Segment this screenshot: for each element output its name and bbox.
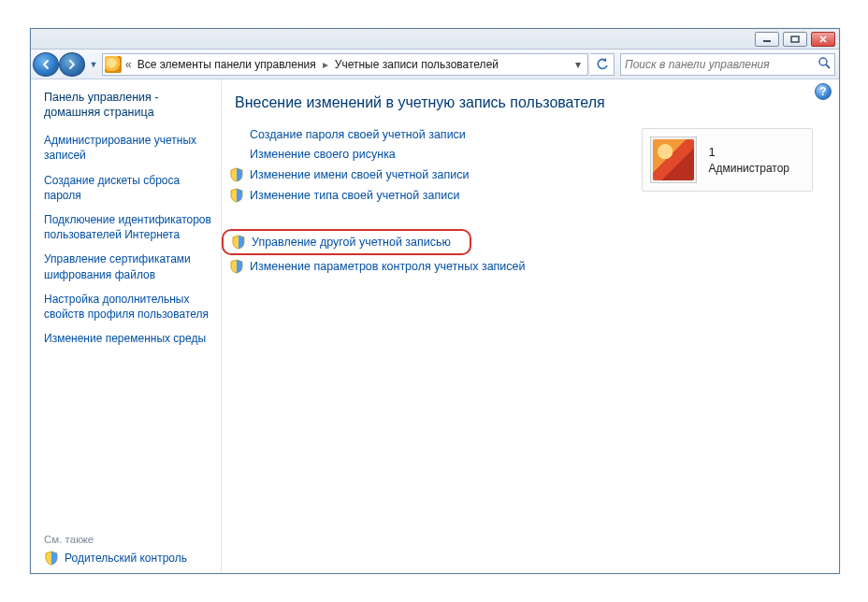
parental-controls-link[interactable]: Родительский контроль — [44, 551, 211, 566]
svg-rect-1 — [791, 36, 799, 42]
sidebar-task[interactable]: Подключение идентификаторов пользователе… — [44, 212, 211, 242]
action-change-type[interactable]: Изменение типа своей учетной записи — [229, 188, 526, 203]
titlebar — [31, 29, 839, 50]
svg-line-3 — [826, 64, 830, 68]
navigation-bar: ▼ « Все элементы панели управления ▸ Уче… — [31, 50, 839, 79]
sidebar-task[interactable]: Создание дискеты сброса пароля — [44, 173, 211, 203]
breadcrumb-overflow[interactable]: « — [125, 58, 132, 71]
address-bar[interactable]: « Все элементы панели управления ▸ Учетн… — [102, 53, 588, 76]
action-change-name[interactable]: Изменение имени своей учетной записи — [229, 167, 526, 182]
address-dropdown[interactable]: ▾ — [571, 58, 586, 71]
sidebar-task[interactable]: Управление сертификатами шифрования файл… — [44, 251, 211, 281]
shield-icon — [229, 259, 244, 274]
content-area: Панель управления - домашняя страница Ад… — [31, 79, 839, 573]
search-input[interactable] — [625, 58, 817, 71]
history-dropdown[interactable]: ▼ — [87, 52, 100, 77]
action-manage-other-account[interactable]: Управление другой учетной записью — [222, 229, 471, 255]
sidebar-task[interactable]: Настройка дополнительных свойств профиля… — [44, 292, 211, 322]
close-button[interactable] — [811, 32, 835, 47]
main-panel: ? Внесение изменений в учетную запись по… — [222, 79, 839, 573]
shield-icon — [229, 188, 244, 203]
forward-button[interactable] — [59, 52, 85, 77]
sidebar-task[interactable]: Администрирование учетных записей — [44, 133, 211, 163]
action-label: Изменение своего рисунка — [250, 148, 396, 162]
control-panel-icon — [105, 56, 122, 73]
nav-arrows — [33, 52, 85, 77]
action-list: Создание пароля своей учетной записи Изм… — [231, 128, 526, 280]
action-create-password[interactable]: Создание пароля своей учетной записи — [250, 128, 526, 142]
action-label: Управление другой учетной записью — [252, 236, 451, 250]
breadcrumb-sep-icon: ▸ — [322, 58, 329, 71]
current-user-tile[interactable]: 1 Администратор — [642, 128, 813, 192]
shield-icon — [229, 167, 244, 182]
sidebar-task[interactable]: Изменение переменных среды — [44, 331, 211, 346]
page-title: Внесение изменений в учетную запись поль… — [235, 94, 828, 111]
breadcrumb-2[interactable]: Учетные записи пользователей — [333, 58, 500, 71]
svg-rect-0 — [763, 40, 771, 42]
search-box[interactable] — [620, 53, 835, 76]
control-panel-window: ▼ « Все элементы панели управления ▸ Уче… — [30, 28, 840, 574]
minimize-button[interactable] — [755, 32, 779, 47]
maximize-button[interactable] — [783, 32, 807, 47]
see-also-link-label: Родительский контроль — [65, 552, 187, 565]
back-button[interactable] — [33, 52, 59, 77]
breadcrumb-1[interactable]: Все элементы панели управления — [136, 58, 318, 71]
shield-icon — [231, 235, 246, 250]
see-also-label: См. также — [44, 534, 211, 545]
action-label: Изменение имени своей учетной записи — [250, 168, 469, 182]
action-label: Создание пароля своей учетной записи — [250, 128, 466, 142]
search-icon[interactable] — [817, 56, 831, 72]
refresh-button[interactable] — [590, 53, 615, 76]
action-label: Изменение параметров контроля учетных за… — [250, 260, 526, 274]
sidebar: Панель управления - домашняя страница Ад… — [31, 79, 222, 573]
svg-point-2 — [819, 58, 827, 65]
shield-icon — [44, 551, 59, 566]
action-label: Изменение типа своей учетной записи — [250, 189, 459, 203]
user-info: 1 Администратор — [708, 144, 789, 176]
user-role: Администратор — [708, 161, 789, 176]
help-icon[interactable]: ? — [815, 83, 832, 100]
avatar — [650, 136, 697, 183]
action-uac-settings[interactable]: Изменение параметров контроля учетных за… — [229, 259, 526, 274]
control-panel-home-link[interactable]: Панель управления - домашняя страница — [44, 91, 211, 120]
action-change-picture[interactable]: Изменение своего рисунка — [250, 148, 526, 162]
user-name: 1 — [708, 144, 789, 161]
